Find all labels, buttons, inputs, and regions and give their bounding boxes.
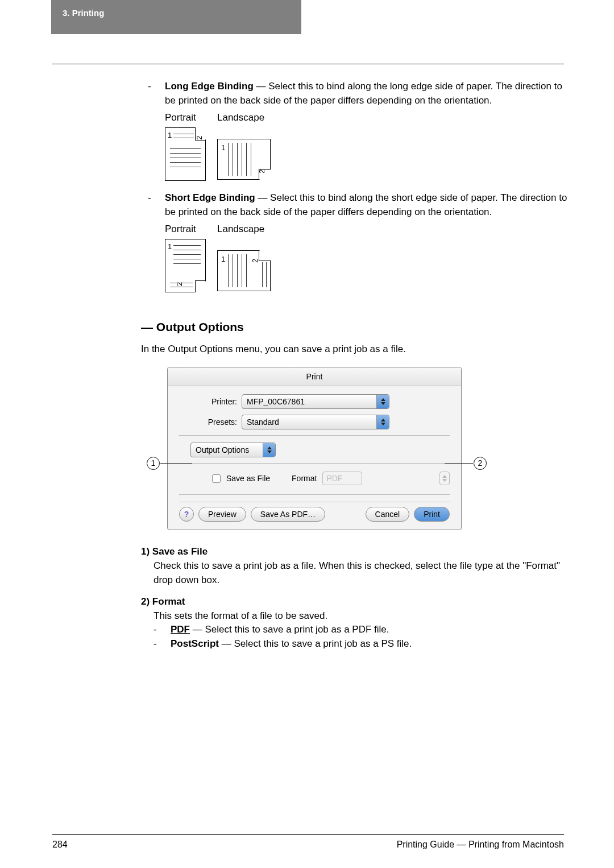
item2-body: This sets the format of a file to be sav… <box>154 609 569 623</box>
format-select[interactable]: PDF <box>322 472 362 485</box>
print-button[interactable]: Print <box>414 507 450 522</box>
printer-value: MFP_00C67861 <box>247 396 305 407</box>
long-edge-title: Long Edge Binding <box>165 81 254 92</box>
ps-desc: — Select this to save a print job as a P… <box>219 638 412 649</box>
dash: - <box>148 191 165 219</box>
callout-2: 2 <box>474 457 487 470</box>
pdf-desc: — Select this to save a print job as a P… <box>190 624 389 635</box>
top-rule <box>52 64 564 64</box>
format-arrows-icon <box>439 472 450 485</box>
help-button[interactable]: ? <box>179 507 194 522</box>
item1-num: 1) <box>141 546 150 557</box>
printer-label: Printer: <box>179 396 242 407</box>
short-edge-portrait-diagram: 1 2 <box>165 239 206 292</box>
ps-label: PostScript <box>171 638 219 649</box>
divider <box>179 435 450 436</box>
short-edge-landscape-diagram: 1 2 <box>217 250 271 291</box>
output-options-heading: — Output Options <box>141 319 569 336</box>
long-edge-orientations: Portrait 1 2 Landscape 1 <box>148 111 569 181</box>
panel-select[interactable]: Output Options <box>190 443 276 457</box>
item1-body: Check this to save a print job as a file… <box>154 559 569 587</box>
printer-select[interactable]: MFP_00C67861 <box>242 394 389 409</box>
panel-value: Output Options <box>196 444 249 456</box>
short-edge-orientations: Portrait 1 2 Landscape 1 2 <box>148 222 569 292</box>
output-options-intro: In the Output Options menu, you can save… <box>141 342 569 357</box>
footer-rule <box>52 834 564 835</box>
short-edge-title: Short Edge Binding <box>165 192 255 203</box>
presets-value: Standard <box>247 416 279 428</box>
item2-title: Format <box>152 596 185 607</box>
footer-right: Printing Guide — Printing from Macintosh <box>397 838 564 851</box>
landscape-label: Landscape <box>217 111 271 125</box>
presets-label: Presets: <box>179 416 242 428</box>
header-text: 3. Printing <box>63 8 104 18</box>
format-value: PDF <box>326 473 342 484</box>
save-as-file-checkbox[interactable] <box>212 474 221 483</box>
page-number: 284 <box>52 838 68 851</box>
page-header-tab: 3. Printing <box>51 0 301 34</box>
save-as-pdf-button[interactable]: Save As PDF… <box>251 507 325 522</box>
landscape-label-2: Landscape <box>217 222 271 237</box>
bullet-short-edge: - Short Edge Binding — Select this to bi… <box>148 191 569 219</box>
numbered-list: 1) Save as File Check this to save a pri… <box>141 545 569 651</box>
print-dialog: Print Printer: MFP_00C67861 Presets: Sta… <box>167 367 462 530</box>
callout-line-2 <box>445 463 473 464</box>
divider <box>179 494 450 495</box>
pdf-label: PDF <box>171 624 190 635</box>
callout-1: 1 <box>147 457 160 470</box>
print-dialog-figure: 1 2 Print Printer: MFP_00C67861 Presets:… <box>151 367 470 530</box>
select-arrows-icon <box>376 395 389 408</box>
presets-select[interactable]: Standard <box>242 415 389 429</box>
format-label: Format <box>292 473 317 484</box>
long-edge-portrait-diagram: 1 2 <box>165 127 206 181</box>
portrait-label: Portrait <box>165 111 206 125</box>
dash: - <box>148 80 165 108</box>
callout-line-1 <box>160 463 192 464</box>
preview-button[interactable]: Preview <box>198 507 246 522</box>
save-as-file-label: Save as File <box>226 473 270 484</box>
dash: - <box>154 623 171 637</box>
item1-title: Save as File <box>152 546 208 557</box>
portrait-label-2: Portrait <box>165 222 206 237</box>
bullet-long-edge: - Long Edge Binding — Select this to bin… <box>148 80 569 108</box>
dialog-title: Print <box>168 367 461 386</box>
divider <box>179 463 450 464</box>
long-edge-landscape-diagram: 1 2 <box>217 139 271 180</box>
dash: - <box>154 637 171 651</box>
select-arrows-icon <box>263 443 275 457</box>
item2-num: 2) <box>141 596 150 607</box>
select-arrows-icon <box>376 415 389 429</box>
cancel-button[interactable]: Cancel <box>366 507 410 522</box>
